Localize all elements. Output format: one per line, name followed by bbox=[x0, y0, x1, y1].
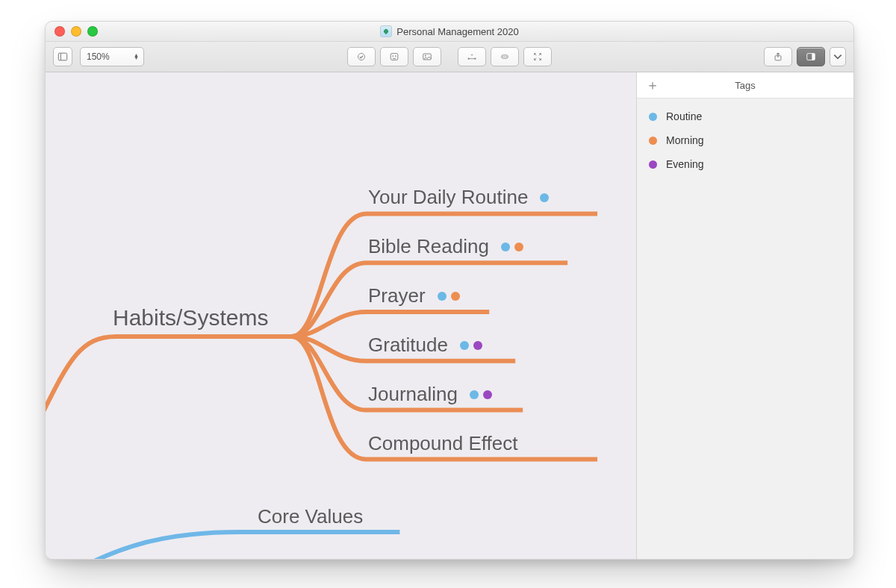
chevron-updown-icon: ▲▼ bbox=[134, 54, 139, 60]
inspector-menu-button[interactable] bbox=[830, 47, 846, 66]
minimize-icon[interactable] bbox=[71, 26, 81, 37]
node-label: Journaling bbox=[368, 383, 458, 406]
tag-dot-evening bbox=[483, 390, 492, 399]
node-label: Prayer bbox=[368, 284, 426, 307]
inspector-panel: ＋ Tags Routine Morning Evening bbox=[636, 72, 853, 559]
traffic-lights bbox=[55, 26, 98, 37]
tag-dot-routine bbox=[540, 193, 549, 202]
node-tags bbox=[438, 292, 460, 301]
content-area: Habits/Systems Your Daily Routine Bible … bbox=[46, 72, 853, 559]
svg-point-13 bbox=[503, 56, 503, 57]
toolbar-right bbox=[764, 47, 846, 66]
tag-item-evening[interactable]: Evening bbox=[638, 152, 852, 176]
svg-rect-3 bbox=[391, 54, 398, 60]
svg-point-5 bbox=[395, 55, 396, 57]
node-sibling[interactable]: Core Values bbox=[258, 505, 363, 528]
node-label: Your Daily Routine bbox=[368, 186, 528, 209]
svg-text:+: + bbox=[470, 51, 473, 57]
titlebar[interactable]: Personal Management 2020 bbox=[46, 22, 853, 42]
checklist-button[interactable] bbox=[347, 47, 376, 66]
collapse-button[interactable] bbox=[523, 47, 552, 66]
tag-label: Evening bbox=[666, 158, 704, 170]
tag-dot-morning bbox=[514, 243, 523, 251]
node-tags bbox=[470, 390, 492, 399]
svg-rect-0 bbox=[58, 53, 66, 60]
inspector-toggle-button[interactable] bbox=[797, 47, 825, 66]
tag-item-routine[interactable]: Routine bbox=[638, 104, 852, 128]
panel-header: ＋ Tags bbox=[637, 72, 853, 98]
node-label: Compound Effect bbox=[368, 432, 517, 455]
window-title: Personal Management 2020 bbox=[380, 25, 518, 37]
panel-title: Tags bbox=[735, 80, 755, 91]
tag-dot-evening bbox=[473, 341, 482, 350]
boundary-button[interactable] bbox=[491, 47, 519, 66]
node-child[interactable]: Your Daily Routine bbox=[368, 186, 549, 209]
close-icon[interactable] bbox=[55, 26, 65, 37]
zoom-icon[interactable] bbox=[87, 26, 98, 37]
tag-dot-routine bbox=[460, 341, 469, 350]
svg-point-7 bbox=[425, 55, 426, 57]
node-label: Gratitude bbox=[368, 334, 448, 357]
tag-item-morning[interactable]: Morning bbox=[638, 128, 852, 152]
image-button[interactable] bbox=[413, 47, 441, 66]
app-window: Personal Management 2020 150% ▲▼ bbox=[45, 21, 854, 560]
node-tags bbox=[540, 193, 549, 202]
tag-label: Routine bbox=[666, 110, 702, 122]
add-tag-button[interactable]: ＋ bbox=[646, 78, 659, 92]
outline-toggle-button[interactable] bbox=[53, 47, 72, 66]
node-label: Core Values bbox=[258, 505, 363, 528]
node-child[interactable]: Prayer bbox=[368, 284, 460, 307]
relationship-button[interactable]: + bbox=[458, 47, 486, 66]
svg-point-2 bbox=[358, 53, 364, 60]
node-child[interactable]: Gratitude bbox=[368, 334, 482, 357]
svg-rect-18 bbox=[812, 54, 815, 60]
node-child[interactable]: Bible Reading bbox=[368, 235, 523, 258]
svg-point-15 bbox=[506, 56, 507, 57]
node-tags bbox=[460, 341, 482, 350]
tag-dot-morning bbox=[649, 137, 657, 145]
sticker-button[interactable] bbox=[380, 47, 408, 66]
svg-point-4 bbox=[392, 55, 393, 57]
zoom-select[interactable]: 150% ▲▼ bbox=[80, 47, 144, 66]
svg-point-14 bbox=[504, 56, 505, 57]
node-child[interactable]: Compound Effect bbox=[368, 432, 517, 455]
node-root-label: Habits/Systems bbox=[113, 305, 268, 331]
node-root[interactable]: Habits/Systems bbox=[113, 305, 268, 331]
share-button[interactable] bbox=[764, 47, 792, 66]
app-icon bbox=[380, 25, 392, 37]
toolbar-center: + bbox=[347, 47, 552, 66]
node-label: Bible Reading bbox=[368, 235, 489, 258]
tag-list: Routine Morning Evening bbox=[637, 98, 853, 182]
tag-dot-evening bbox=[649, 160, 657, 169]
tag-dot-routine bbox=[438, 292, 447, 301]
tag-dot-routine bbox=[649, 113, 657, 121]
node-child[interactable]: Journaling bbox=[368, 383, 492, 406]
tag-dot-morning bbox=[451, 292, 460, 301]
mindmap-canvas[interactable]: Habits/Systems Your Daily Routine Bible … bbox=[46, 72, 636, 559]
zoom-value: 150% bbox=[87, 51, 110, 62]
toolbar: 150% ▲▼ + bbox=[46, 42, 853, 72]
tag-dot-routine bbox=[501, 243, 510, 251]
svg-point-9 bbox=[467, 57, 469, 59]
tag-label: Morning bbox=[666, 134, 704, 146]
node-tags bbox=[501, 243, 523, 251]
tag-dot-routine bbox=[470, 390, 479, 399]
window-title-text: Personal Management 2020 bbox=[396, 26, 518, 37]
svg-point-10 bbox=[474, 57, 476, 59]
